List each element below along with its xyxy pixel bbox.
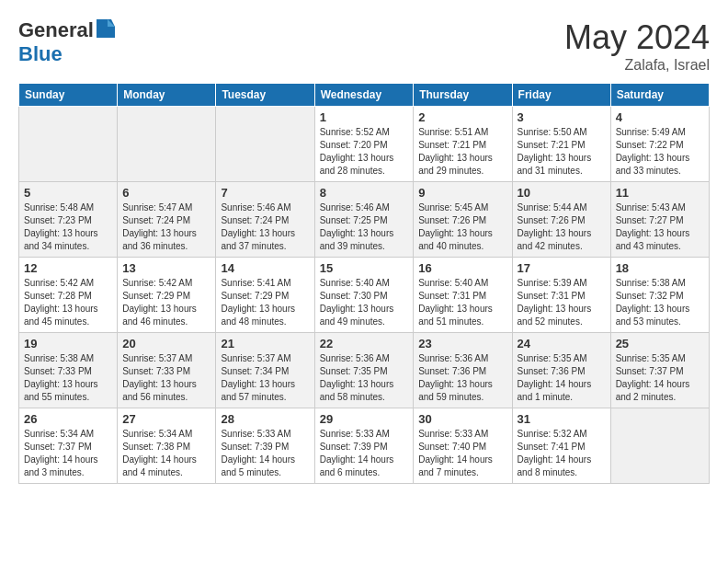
calendar-cell [610, 408, 709, 484]
day-info: Sunrise: 5:39 AM Sunset: 7:31 PM Dayligh… [518, 277, 606, 328]
day-number: 29 [320, 412, 409, 426]
day-header-friday: Friday [512, 84, 610, 107]
calendar-cell: 23Sunrise: 5:36 AM Sunset: 7:36 PM Dayli… [414, 333, 512, 408]
calendar-week-row: 26Sunrise: 5:34 AM Sunset: 7:37 PM Dayli… [19, 408, 710, 484]
day-info: Sunrise: 5:36 AM Sunset: 7:36 PM Dayligh… [418, 352, 506, 404]
calendar-cell: 2Sunrise: 5:51 AM Sunset: 7:21 PM Daylig… [414, 107, 512, 182]
logo: General Blue [18, 18, 115, 66]
day-number: 2 [418, 110, 506, 124]
calendar-cell: 31Sunrise: 5:32 AM Sunset: 7:41 PM Dayli… [512, 408, 610, 484]
day-info: Sunrise: 5:33 AM Sunset: 7:39 PM Dayligh… [221, 428, 309, 479]
day-number: 22 [320, 337, 409, 350]
day-number: 19 [24, 337, 112, 350]
day-info: Sunrise: 5:42 AM Sunset: 7:29 PM Dayligh… [122, 277, 210, 328]
day-header-saturday: Saturday [610, 84, 709, 107]
day-info: Sunrise: 5:34 AM Sunset: 7:38 PM Dayligh… [122, 428, 210, 479]
day-number: 31 [518, 412, 606, 426]
calendar-cell [216, 107, 314, 182]
day-info: Sunrise: 5:44 AM Sunset: 7:26 PM Dayligh… [518, 201, 606, 253]
day-number: 3 [518, 110, 606, 124]
day-number: 18 [616, 261, 704, 275]
calendar-cell: 13Sunrise: 5:42 AM Sunset: 7:29 PM Dayli… [118, 258, 216, 333]
calendar-cell: 5Sunrise: 5:48 AM Sunset: 7:23 PM Daylig… [19, 182, 118, 258]
calendar-cell: 12Sunrise: 5:42 AM Sunset: 7:28 PM Dayli… [19, 258, 118, 333]
page-header: General Blue May 2024 Zalafa, Israel [18, 18, 710, 74]
day-info: Sunrise: 5:52 AM Sunset: 7:20 PM Dayligh… [320, 126, 409, 178]
calendar-cell: 4Sunrise: 5:49 AM Sunset: 7:22 PM Daylig… [610, 107, 709, 182]
day-info: Sunrise: 5:35 AM Sunset: 7:36 PM Dayligh… [518, 352, 606, 404]
day-number: 4 [616, 110, 704, 124]
day-info: Sunrise: 5:37 AM Sunset: 7:33 PM Dayligh… [122, 352, 210, 404]
location-text: Zalafa, Israel [564, 57, 710, 74]
calendar-cell: 18Sunrise: 5:38 AM Sunset: 7:32 PM Dayli… [610, 258, 709, 333]
calendar-table: SundayMondayTuesdayWednesdayThursdayFrid… [18, 83, 710, 484]
day-info: Sunrise: 5:41 AM Sunset: 7:29 PM Dayligh… [221, 277, 309, 328]
day-info: Sunrise: 5:33 AM Sunset: 7:40 PM Dayligh… [418, 428, 506, 479]
calendar-week-row: 19Sunrise: 5:38 AM Sunset: 7:33 PM Dayli… [19, 333, 710, 408]
day-info: Sunrise: 5:42 AM Sunset: 7:28 PM Dayligh… [24, 277, 112, 328]
day-info: Sunrise: 5:38 AM Sunset: 7:32 PM Dayligh… [616, 277, 704, 328]
day-number: 6 [122, 186, 210, 200]
title-block: May 2024 Zalafa, Israel [564, 18, 710, 74]
day-number: 25 [616, 337, 704, 350]
day-header-monday: Monday [118, 84, 216, 107]
calendar-week-row: 12Sunrise: 5:42 AM Sunset: 7:28 PM Dayli… [19, 258, 710, 333]
month-title: May 2024 [564, 18, 710, 57]
calendar-cell: 3Sunrise: 5:50 AM Sunset: 7:21 PM Daylig… [512, 107, 610, 182]
calendar-cell: 7Sunrise: 5:46 AM Sunset: 7:24 PM Daylig… [216, 182, 314, 258]
calendar-cell: 26Sunrise: 5:34 AM Sunset: 7:37 PM Dayli… [19, 408, 118, 484]
day-number: 13 [122, 261, 210, 275]
day-number: 1 [320, 110, 409, 124]
day-info: Sunrise: 5:40 AM Sunset: 7:31 PM Dayligh… [418, 277, 506, 328]
day-number: 28 [221, 412, 309, 426]
day-info: Sunrise: 5:49 AM Sunset: 7:22 PM Dayligh… [616, 126, 704, 178]
day-info: Sunrise: 5:40 AM Sunset: 7:30 PM Dayligh… [320, 277, 409, 328]
day-info: Sunrise: 5:51 AM Sunset: 7:21 PM Dayligh… [418, 126, 506, 178]
calendar-cell: 14Sunrise: 5:41 AM Sunset: 7:29 PM Dayli… [216, 258, 314, 333]
day-info: Sunrise: 5:48 AM Sunset: 7:23 PM Dayligh… [24, 201, 112, 253]
day-number: 24 [518, 337, 606, 350]
day-header-tuesday: Tuesday [216, 84, 314, 107]
calendar-cell: 28Sunrise: 5:33 AM Sunset: 7:39 PM Dayli… [216, 408, 314, 484]
logo-general-text: General [18, 18, 94, 42]
day-info: Sunrise: 5:43 AM Sunset: 7:27 PM Dayligh… [616, 201, 704, 253]
day-info: Sunrise: 5:33 AM Sunset: 7:39 PM Dayligh… [320, 428, 409, 479]
day-number: 23 [418, 337, 506, 350]
day-info: Sunrise: 5:50 AM Sunset: 7:21 PM Dayligh… [518, 126, 606, 178]
svg-marker-0 [97, 19, 115, 38]
calendar-cell: 15Sunrise: 5:40 AM Sunset: 7:30 PM Dayli… [314, 258, 414, 333]
day-number: 17 [518, 261, 606, 275]
day-number: 11 [616, 186, 704, 200]
day-number: 5 [24, 186, 112, 200]
logo-blue-text: Blue [18, 42, 63, 65]
day-info: Sunrise: 5:45 AM Sunset: 7:26 PM Dayligh… [418, 201, 506, 253]
calendar-week-row: 1Sunrise: 5:52 AM Sunset: 7:20 PM Daylig… [19, 107, 710, 182]
day-number: 7 [221, 186, 309, 200]
calendar-cell: 24Sunrise: 5:35 AM Sunset: 7:36 PM Dayli… [512, 333, 610, 408]
logo-icon [95, 19, 115, 41]
day-header-thursday: Thursday [414, 84, 512, 107]
calendar-cell: 1Sunrise: 5:52 AM Sunset: 7:20 PM Daylig… [314, 107, 414, 182]
day-number: 20 [122, 337, 210, 350]
day-number: 14 [221, 261, 309, 275]
day-number: 26 [24, 412, 112, 426]
day-info: Sunrise: 5:37 AM Sunset: 7:34 PM Dayligh… [221, 352, 309, 404]
calendar-cell: 8Sunrise: 5:46 AM Sunset: 7:25 PM Daylig… [314, 182, 414, 258]
day-number: 15 [320, 261, 409, 275]
day-info: Sunrise: 5:38 AM Sunset: 7:33 PM Dayligh… [24, 352, 112, 404]
calendar-cell: 19Sunrise: 5:38 AM Sunset: 7:33 PM Dayli… [19, 333, 118, 408]
calendar-cell: 6Sunrise: 5:47 AM Sunset: 7:24 PM Daylig… [118, 182, 216, 258]
calendar-cell: 16Sunrise: 5:40 AM Sunset: 7:31 PM Dayli… [414, 258, 512, 333]
day-info: Sunrise: 5:35 AM Sunset: 7:37 PM Dayligh… [616, 352, 704, 404]
day-info: Sunrise: 5:47 AM Sunset: 7:24 PM Dayligh… [122, 201, 210, 253]
day-number: 8 [320, 186, 409, 200]
calendar-cell: 11Sunrise: 5:43 AM Sunset: 7:27 PM Dayli… [610, 182, 709, 258]
calendar-cell: 22Sunrise: 5:36 AM Sunset: 7:35 PM Dayli… [314, 333, 414, 408]
day-number: 21 [221, 337, 309, 350]
day-number: 10 [518, 186, 606, 200]
day-number: 16 [418, 261, 506, 275]
calendar-cell [118, 107, 216, 182]
calendar-cell: 9Sunrise: 5:45 AM Sunset: 7:26 PM Daylig… [414, 182, 512, 258]
day-info: Sunrise: 5:34 AM Sunset: 7:37 PM Dayligh… [24, 428, 112, 479]
calendar-header-row: SundayMondayTuesdayWednesdayThursdayFrid… [19, 84, 710, 107]
